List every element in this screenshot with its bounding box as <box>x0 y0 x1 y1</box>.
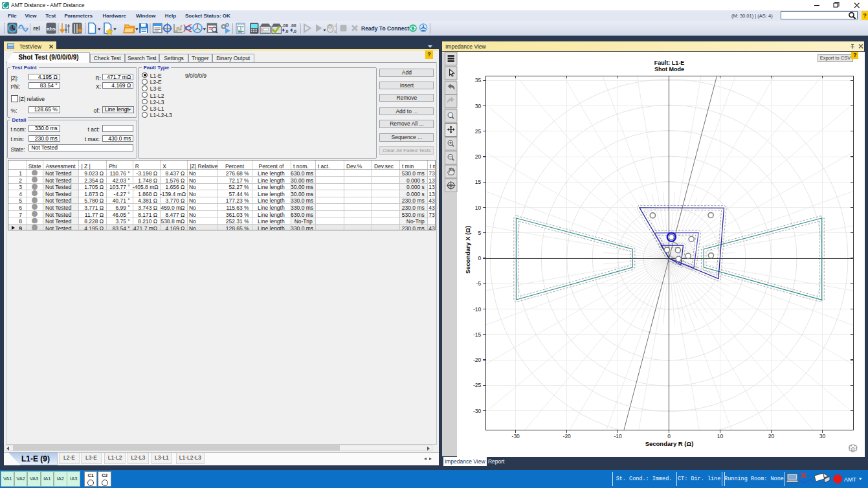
svg-text:35: 35 <box>475 77 482 83</box>
svg-text:abs: abs <box>47 26 56 32</box>
svg-text:25: 25 <box>475 128 482 135</box>
svg-text:.00: .00 <box>282 23 288 28</box>
svg-text:-15: -15 <box>473 331 482 338</box>
svg-text:Ready To Connect: Ready To Connect <box>361 25 409 32</box>
svg-text:30: 30 <box>475 103 482 109</box>
svg-text:-10: -10 <box>473 306 482 313</box>
svg-text:10: 10 <box>475 205 482 211</box>
svg-text:Shot Mode: Shot Mode <box>654 66 684 72</box>
svg-text:20: 20 <box>475 153 482 160</box>
svg-text:10: 10 <box>717 433 724 439</box>
svg-text:Fault: L1-E: Fault: L1-E <box>654 60 685 66</box>
svg-text:20: 20 <box>768 433 775 439</box>
svg-text:.00: .00 <box>291 23 296 28</box>
svg-text:Secondary X (Ω): Secondary X (Ω) <box>464 226 471 274</box>
svg-text:-20: -20 <box>563 433 572 439</box>
svg-text:.0: .0 <box>285 29 289 34</box>
svg-text:rel: rel <box>33 25 39 32</box>
svg-text:.0: .0 <box>293 29 297 34</box>
svg-text:-10: -10 <box>614 433 622 439</box>
svg-text:-5: -5 <box>476 280 482 287</box>
svg-text:30: 30 <box>819 433 826 439</box>
svg-text:-20: -20 <box>473 357 482 363</box>
svg-text:Secondary R (Ω): Secondary R (Ω) <box>645 440 694 447</box>
svg-text:0: 0 <box>667 433 671 439</box>
svg-text:-30: -30 <box>512 433 520 439</box>
svg-text:0: 0 <box>478 255 482 261</box>
svg-text:-25: -25 <box>473 382 482 388</box>
svg-text:AMT: AMT <box>844 476 857 483</box>
svg-text:-30: -30 <box>473 408 482 414</box>
svg-text:5: 5 <box>478 230 482 236</box>
svg-text:15: 15 <box>475 179 482 185</box>
